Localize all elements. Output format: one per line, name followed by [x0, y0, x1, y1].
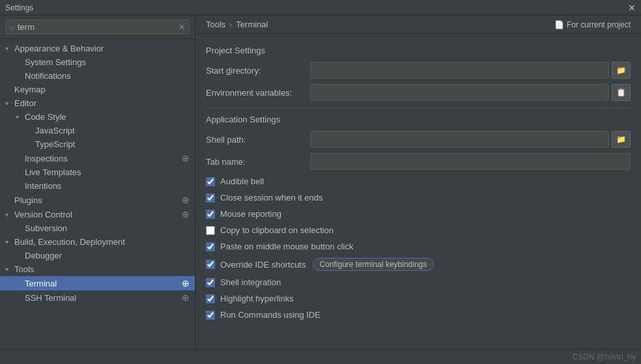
breadcrumb-current: Terminal — [236, 20, 268, 29]
checkbox-row-mouse-reporting: Mouse reporting — [206, 208, 631, 220]
tab-name-input[interactable]: Local — [310, 153, 631, 170]
add-icon[interactable]: ⊕ — [182, 209, 190, 219]
sidebar-item-subversion[interactable]: Subversion — [0, 221, 195, 235]
sidebar-item-label: Editor — [14, 98, 190, 108]
sidebar-item-tools[interactable]: ▾Tools — [0, 262, 195, 276]
checkbox-row-paste-middle-mouse: Paste on middle mouse button click — [206, 240, 631, 253]
add-icon[interactable]: ⊕ — [182, 153, 190, 163]
sidebar-item-typescript[interactable]: TypeScript — [0, 137, 195, 151]
sidebar-item-appearance-behavior[interactable]: ▾Appearance & Behavior — [0, 42, 195, 55]
sidebar-item-label: SSH Terminal — [25, 293, 179, 303]
sidebar-item-label: Notifications — [25, 71, 190, 81]
checkbox-label-close-session: Close session when it ends — [220, 193, 323, 203]
env-variables-input[interactable] — [310, 84, 609, 101]
shell-path-input[interactable]: D:\MySoft\Git\bin\bash.exe — [310, 131, 609, 148]
sidebar-item-keymap[interactable]: Keymap — [0, 83, 195, 96]
sidebar-item-editor[interactable]: ▾Editor — [0, 96, 195, 110]
checkbox-override-ide-shortcuts[interactable] — [206, 260, 215, 269]
sidebar-item-label: Plugins — [14, 195, 179, 205]
sidebar-item-notifications[interactable]: Notifications — [0, 69, 195, 83]
sidebar-item-javascript[interactable]: JavaScript — [0, 124, 195, 137]
search-box: ⌕ ✕ — [0, 16, 195, 39]
sidebar-item-code-style[interactable]: ▾Code Style — [0, 110, 195, 124]
project-settings-title: Project Settings — [206, 46, 631, 55]
start-directory-browse-button[interactable]: 📁 — [612, 62, 631, 79]
env-variables-input-wrapper: 📋 — [310, 84, 631, 101]
checkbox-row-highlight-hyperlinks: Highlight hyperlinks — [206, 292, 631, 305]
sidebar-item-intentions[interactable]: Intentions — [0, 179, 195, 193]
title-bar: Settings ✕ — [0, 0, 641, 16]
start-directory-input[interactable]: D:\workspace\m — [310, 62, 609, 79]
tab-name-row: Tab name: Local — [206, 153, 631, 170]
section-divider-1 — [206, 107, 631, 108]
breadcrumb-separator: › — [229, 20, 232, 29]
checkbox-label-copy-clipboard: Copy to clipboard on selection — [220, 225, 334, 235]
checkbox-row-run-commands-ide: Run Commands using IDE — [206, 309, 631, 321]
checkbox-label-paste-middle-mouse: Paste on middle mouse button click — [220, 242, 354, 251]
sidebar-item-label: JavaScript — [35, 126, 190, 135]
env-variables-label: Environment variables: — [206, 88, 310, 98]
tree-arrow: ▾ — [5, 45, 14, 52]
checkbox-row-shell-integration: Shell integration — [206, 276, 631, 288]
sidebar-item-label: Build, Execution, Deployment — [14, 237, 190, 247]
sidebar-item-label: Keymap — [14, 85, 190, 94]
sidebar-tree: ▾Appearance & BehaviorSystem SettingsNot… — [0, 39, 195, 349]
checkbox-label-audible-bell: Audible bell — [220, 176, 264, 186]
checkbox-close-session[interactable] — [206, 193, 215, 203]
breadcrumb-parent[interactable]: Tools — [206, 20, 225, 29]
checkbox-row-close-session: Close session when it ends — [206, 191, 631, 204]
checkbox-row-copy-clipboard: Copy to clipboard on selection — [206, 224, 631, 236]
add-icon[interactable]: ⊕ — [182, 195, 190, 205]
sidebar-item-terminal[interactable]: Terminal⊕ — [0, 276, 195, 290]
sidebar-item-build-execution-deployment[interactable]: ▾Build, Execution, Deployment — [0, 235, 195, 249]
search-input[interactable] — [18, 22, 178, 32]
sidebar-item-ssh-terminal[interactable]: SSH Terminal⊕ — [0, 290, 195, 305]
checkbox-label-shell-integration: Shell integration — [220, 277, 281, 287]
checkbox-copy-clipboard[interactable] — [206, 226, 215, 235]
tree-arrow: ▾ — [5, 211, 14, 218]
sidebar-item-live-templates[interactable]: Live Templates — [0, 165, 195, 179]
env-variables-row: Environment variables: 📋 — [206, 84, 631, 101]
checkbox-label-run-commands-ide: Run Commands using IDE — [220, 310, 320, 320]
checkbox-run-commands-ide[interactable] — [206, 311, 215, 320]
start-directory-label: Start directory: — [206, 66, 310, 76]
breadcrumb: Tools › Terminal 📄 For current project — [195, 16, 641, 34]
sidebar-item-label: System Settings — [25, 57, 190, 67]
sidebar-item-inspections[interactable]: Inspections⊕ — [0, 151, 195, 165]
checkbox-row-override-ide-shortcuts: Override IDE shortcutsConfigure terminal… — [206, 257, 631, 272]
checkbox-audible-bell[interactable] — [206, 177, 215, 186]
sidebar-item-label: Inspections — [25, 154, 179, 163]
add-icon[interactable]: ⊕ — [182, 278, 190, 288]
window-title: Settings — [5, 3, 33, 12]
checkboxes-container: Audible bellClose session when it endsMo… — [206, 175, 631, 321]
close-button[interactable]: ✕ — [628, 3, 636, 13]
sidebar-item-label: Code Style — [25, 112, 190, 122]
settings-content: Project Settings Start directory: D:\wor… — [195, 34, 641, 349]
configure-terminal-keybindings-button[interactable]: Configure terminal keybindings — [313, 258, 434, 271]
sidebar-item-version-control[interactable]: ▾Version Control⊕ — [0, 207, 195, 221]
sidebar-item-label: Tools — [14, 264, 190, 274]
tab-name-input-wrapper: Local — [310, 153, 631, 170]
right-panel: Tools › Terminal 📄 For current project P… — [195, 16, 641, 349]
checkbox-shell-integration[interactable] — [206, 278, 215, 287]
checkbox-highlight-hyperlinks[interactable] — [206, 294, 215, 303]
sidebar-item-label: Appearance & Behavior — [14, 44, 190, 53]
checkbox-paste-middle-mouse[interactable] — [206, 242, 215, 251]
for-current-project-label: For current project — [567, 20, 631, 29]
tree-arrow: ▾ — [5, 100, 14, 107]
sidebar-item-debugger[interactable]: Debugger — [0, 249, 195, 262]
tab-name-label: Tab name: — [206, 157, 310, 167]
sidebar-item-system-settings[interactable]: System Settings — [0, 55, 195, 69]
checkbox-mouse-reporting[interactable] — [206, 210, 215, 219]
shell-path-browse-button[interactable]: 📁 — [612, 131, 631, 148]
for-current-project-button[interactable]: 📄 For current project — [554, 20, 631, 29]
env-variables-browse-button[interactable]: 📋 — [612, 84, 631, 101]
sidebar-item-label: TypeScript — [35, 139, 190, 149]
project-icon: 📄 — [554, 20, 564, 29]
add-icon[interactable]: ⊕ — [182, 292, 190, 303]
footer: CSDN @hevin_hy — [0, 349, 641, 364]
clear-search-icon[interactable]: ✕ — [178, 23, 185, 32]
sidebar-item-plugins[interactable]: Plugins⊕ — [0, 193, 195, 207]
sidebar-item-label: Live Templates — [25, 167, 190, 177]
search-wrapper: ⌕ ✕ — [5, 20, 190, 35]
